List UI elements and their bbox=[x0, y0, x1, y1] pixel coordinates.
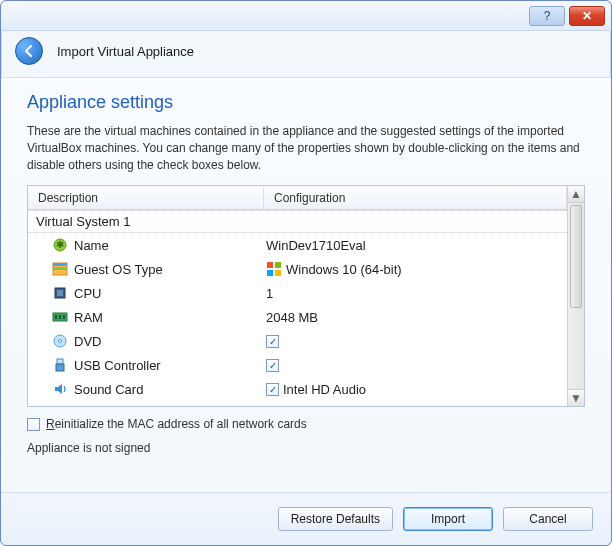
row-value: Windows 10 (64-bit) bbox=[286, 262, 402, 277]
back-arrow-icon bbox=[22, 44, 36, 58]
svg-rect-14 bbox=[63, 315, 65, 319]
dvd-checkbox[interactable]: ✓ bbox=[266, 335, 279, 348]
dialog-window: ? ✕ Import Virtual Appliance Appliance s… bbox=[0, 0, 612, 546]
back-button[interactable] bbox=[15, 37, 43, 65]
row-label: Guest OS Type bbox=[74, 262, 163, 277]
settings-table-body: Description Configuration Virtual System… bbox=[28, 186, 567, 406]
table-row-usb[interactable]: USB Controller ✓ bbox=[28, 353, 567, 377]
mac-reinit-label: Reinitialize the MAC address of all netw… bbox=[46, 417, 307, 431]
svg-rect-5 bbox=[267, 262, 273, 268]
table-row-cpu[interactable]: CPU 1 bbox=[28, 281, 567, 305]
row-value: WinDev1710Eval bbox=[266, 238, 366, 253]
scroll-track[interactable] bbox=[568, 203, 584, 389]
row-value: Intel HD Audio bbox=[283, 382, 366, 397]
mac-reinit-checkbox[interactable] bbox=[27, 418, 40, 431]
row-label: RAM bbox=[74, 310, 103, 325]
name-icon: ✱ bbox=[52, 237, 68, 253]
scrollbar[interactable]: ▲ ▼ bbox=[567, 186, 584, 406]
svg-rect-10 bbox=[57, 290, 63, 296]
svg-rect-13 bbox=[59, 315, 61, 319]
table-row-name[interactable]: ✱ Name WinDev1710Eval bbox=[28, 233, 567, 257]
section-description: These are the virtual machines contained… bbox=[27, 123, 585, 173]
svg-rect-12 bbox=[55, 315, 57, 319]
svg-rect-17 bbox=[57, 359, 63, 364]
table-row-dvd[interactable]: DVD ✓ bbox=[28, 329, 567, 353]
row-value: 1 bbox=[266, 286, 273, 301]
scroll-thumb[interactable] bbox=[570, 205, 582, 307]
titlebar: ? ✕ bbox=[1, 1, 611, 31]
row-label: CPU bbox=[74, 286, 101, 301]
import-button[interactable]: Import bbox=[403, 507, 493, 531]
os-icon bbox=[52, 261, 68, 277]
group-row[interactable]: Virtual System 1 bbox=[28, 210, 567, 233]
help-button[interactable]: ? bbox=[529, 6, 565, 26]
ram-icon bbox=[52, 309, 68, 325]
settings-table: Description Configuration Virtual System… bbox=[27, 185, 585, 407]
svg-text:✱: ✱ bbox=[56, 239, 64, 250]
close-icon: ✕ bbox=[582, 9, 592, 23]
cpu-icon bbox=[52, 285, 68, 301]
table-row-ram[interactable]: RAM 2048 MB bbox=[28, 305, 567, 329]
svg-rect-6 bbox=[275, 262, 281, 268]
scroll-up-button[interactable]: ▲ bbox=[568, 186, 584, 203]
svg-rect-4 bbox=[53, 267, 67, 270]
usb-icon bbox=[52, 357, 68, 373]
close-button[interactable]: ✕ bbox=[569, 6, 605, 26]
svg-rect-18 bbox=[56, 364, 64, 371]
row-label: Sound Card bbox=[74, 382, 143, 397]
help-icon: ? bbox=[544, 9, 551, 23]
usb-checkbox[interactable]: ✓ bbox=[266, 359, 279, 372]
mac-reinit-option[interactable]: Reinitialize the MAC address of all netw… bbox=[27, 417, 585, 431]
svg-rect-7 bbox=[267, 270, 273, 276]
row-label: Name bbox=[74, 238, 109, 253]
scroll-down-button[interactable]: ▼ bbox=[568, 389, 584, 406]
appliance-signed-status: Appliance is not signed bbox=[27, 441, 585, 455]
svg-rect-8 bbox=[275, 270, 281, 276]
sound-icon bbox=[52, 381, 68, 397]
options-area: Reinitialize the MAC address of all netw… bbox=[27, 417, 585, 455]
content-area: Appliance settings These are the virtual… bbox=[1, 78, 611, 492]
row-label: DVD bbox=[74, 334, 101, 349]
restore-defaults-button[interactable]: Restore Defaults bbox=[278, 507, 393, 531]
wizard-title: Import Virtual Appliance bbox=[57, 44, 194, 59]
svg-rect-3 bbox=[53, 263, 67, 266]
section-title: Appliance settings bbox=[27, 92, 585, 113]
row-value: 2048 MB bbox=[266, 310, 318, 325]
dvd-icon bbox=[52, 333, 68, 349]
svg-point-16 bbox=[59, 340, 62, 343]
cancel-button[interactable]: Cancel bbox=[503, 507, 593, 531]
column-description[interactable]: Description bbox=[28, 187, 264, 209]
windows-icon bbox=[266, 261, 282, 277]
row-label: USB Controller bbox=[74, 358, 161, 373]
dialog-footer: Restore Defaults Import Cancel bbox=[1, 492, 611, 545]
column-configuration[interactable]: Configuration bbox=[264, 187, 567, 209]
wizard-header: Import Virtual Appliance bbox=[1, 31, 611, 78]
table-header: Description Configuration bbox=[28, 186, 567, 210]
table-row-sound[interactable]: Sound Card ✓ Intel HD Audio bbox=[28, 377, 567, 401]
table-row-guest-os[interactable]: Guest OS Type Windows 10 (64-bit) bbox=[28, 257, 567, 281]
sound-checkbox[interactable]: ✓ bbox=[266, 383, 279, 396]
